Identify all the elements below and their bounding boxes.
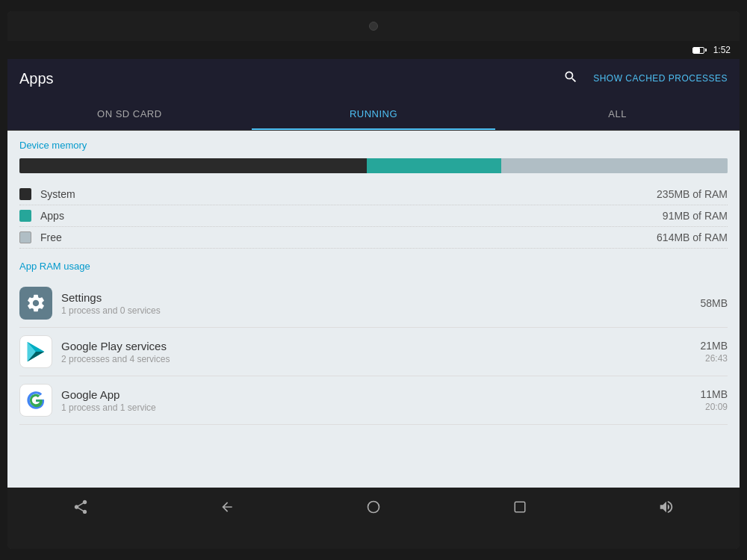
- page-title: Apps: [19, 70, 563, 87]
- legend-color-system: [19, 188, 31, 200]
- legend-label-apps: Apps: [40, 210, 663, 222]
- memory-bar-free: [501, 158, 728, 173]
- svg-point-0: [368, 502, 379, 513]
- settings-app-name: Settings: [61, 291, 700, 304]
- google-app-time: 20:09: [700, 402, 728, 412]
- search-icon[interactable]: [563, 69, 578, 88]
- play-services-app-desc: 2 processes and 4 services: [61, 354, 700, 364]
- google-app-desc: 1 process and 1 service: [61, 402, 700, 413]
- app-item-settings[interactable]: Settings 1 process and 0 services 58MB: [19, 279, 728, 328]
- camera: [369, 22, 378, 31]
- play-services-app-info: Google Play services 2 processes and 4 s…: [61, 340, 700, 364]
- settings-app-icon: [19, 287, 52, 320]
- legend-color-free: [19, 231, 31, 243]
- app-item-play-services[interactable]: Google Play services 2 processes and 4 s…: [19, 328, 728, 376]
- main-content: Device memory System 235MB of RAM Apps 9…: [7, 131, 740, 488]
- play-services-app-icon: [19, 335, 52, 368]
- memory-legend: System 235MB of RAM Apps 91MB of RAM Fre…: [19, 184, 728, 249]
- tab-on-sd-card[interactable]: ON SD CARD: [7, 97, 252, 130]
- bottom-bezel: [7, 526, 740, 549]
- legend-label-system: System: [40, 188, 657, 200]
- app-item-google[interactable]: Google App 1 process and 1 service 11MB …: [19, 376, 728, 425]
- settings-app-meta: 58MB: [700, 297, 728, 309]
- play-services-app-time: 26:43: [700, 353, 728, 364]
- battery-icon: [692, 47, 704, 54]
- bottom-nav: [7, 488, 740, 526]
- google-app-name: Google App: [61, 388, 700, 401]
- top-bezel: [7, 11, 740, 41]
- volume-up-button[interactable]: [651, 492, 681, 522]
- legend-value-apps: 91MB of RAM: [663, 210, 728, 222]
- device-frame: 1:52 Apps SHOW CACHED PROCESSES ON SD CA…: [7, 11, 740, 549]
- app-bar-actions: SHOW CACHED PROCESSES: [563, 69, 728, 88]
- memory-bar-apps: [367, 158, 501, 173]
- legend-label-free: Free: [40, 231, 657, 243]
- settings-app-desc: 1 process and 0 services: [61, 305, 700, 316]
- play-services-app-size: 21MB: [700, 340, 728, 352]
- legend-free: Free 614MB of RAM: [19, 227, 728, 249]
- play-services-app-meta: 21MB 26:43: [700, 340, 728, 364]
- recents-button[interactable]: [505, 492, 535, 522]
- svg-rect-1: [515, 502, 525, 512]
- google-app-size: 11MB: [700, 388, 728, 400]
- legend-apps: Apps 91MB of RAM: [19, 205, 728, 227]
- legend-system: System 235MB of RAM: [19, 184, 728, 205]
- tab-bar: ON SD CARD RUNNING ALL: [7, 98, 740, 131]
- home-button[interactable]: [359, 492, 388, 522]
- status-time: 1:52: [713, 45, 731, 55]
- back-button[interactable]: [212, 492, 242, 522]
- memory-bar: [19, 158, 728, 173]
- device-memory-title: Device memory: [19, 140, 728, 151]
- status-bar: 1:52: [7, 41, 740, 59]
- app-bar: Apps SHOW CACHED PROCESSES: [7, 59, 740, 98]
- settings-app-info: Settings 1 process and 0 services: [61, 291, 700, 316]
- volume-down-button[interactable]: [66, 492, 96, 522]
- settings-app-size: 58MB: [700, 297, 728, 309]
- google-app-info: Google App 1 process and 1 service: [61, 388, 700, 413]
- legend-value-system: 235MB of RAM: [657, 188, 728, 200]
- memory-bar-system: [19, 158, 367, 173]
- play-services-app-name: Google Play services: [61, 340, 700, 352]
- legend-color-apps: [19, 210, 31, 222]
- app-ram-usage-title: App RAM usage: [19, 261, 728, 272]
- google-app-icon: [19, 384, 52, 417]
- show-cached-processes-button[interactable]: SHOW CACHED PROCESSES: [593, 73, 728, 84]
- google-app-meta: 11MB 20:09: [700, 388, 728, 412]
- tab-running[interactable]: RUNNING: [252, 97, 496, 130]
- legend-value-free: 614MB of RAM: [657, 231, 728, 243]
- tab-all[interactable]: ALL: [495, 97, 740, 130]
